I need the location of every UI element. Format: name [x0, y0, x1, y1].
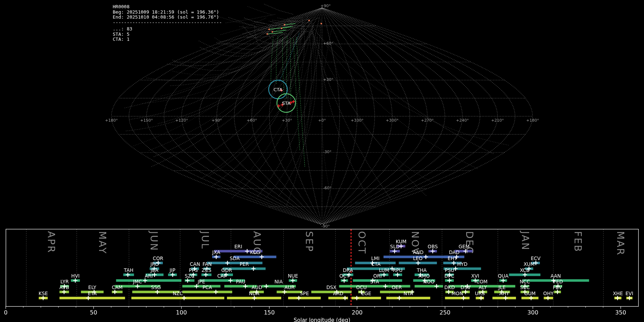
- map-lon-label-12: +180°: [526, 118, 539, 123]
- shower-label-lum: LUM: [379, 267, 389, 273]
- shower-label-dra: DRA: [343, 267, 353, 273]
- separator-line: ---------------------------------------: [113, 20, 222, 25]
- shower-label-xvi: XVI: [471, 273, 479, 279]
- shower-label-avb: AVB: [59, 284, 69, 290]
- month-label-mar: MAR: [615, 231, 626, 256]
- shower-label-fev: FEV: [553, 284, 562, 290]
- shower-label-jip: JIP: [170, 267, 175, 273]
- meteor-observation-screen: CTASTA+180°+150°+120°+90°+60°+30°+0°+330…: [0, 0, 644, 322]
- count-sporadic: ...: 83: [113, 26, 222, 32]
- shower-label-ecv: ECV: [531, 255, 541, 261]
- shower-label-gem: GEM: [459, 244, 470, 249]
- begin-time: Beg: 20251009 18:21:59 (sol = 196.36°): [113, 10, 222, 15]
- shower-label-sld: SLD: [390, 244, 400, 249]
- shower-label-xhe: XHE: [613, 291, 623, 296]
- shower-label-cta: CTA: [371, 261, 381, 267]
- shower-label-dsv: DSV: [460, 284, 470, 290]
- month-label-oct: OCT: [356, 231, 367, 255]
- map-lon-label-9: +270°: [421, 118, 434, 123]
- x-axis-title: Solar longitude (deg): [294, 317, 350, 322]
- shower-label-ehy: EHY: [448, 255, 457, 261]
- x-tick-label-200: 200: [352, 309, 363, 316]
- shower-label-jle: JLE: [498, 284, 506, 290]
- shower-label-aan: AAN: [551, 273, 561, 279]
- map-lon-label-5: +30°: [282, 118, 292, 123]
- shower-label-jpe: JPE: [198, 279, 205, 284]
- shower-label-mon: MON: [452, 291, 463, 296]
- shower-label-qua: QUA: [498, 273, 508, 279]
- shower-label-oer: OER: [392, 284, 402, 290]
- x-tick-label-300: 300: [527, 309, 538, 316]
- shower-label-dpc: DPC: [444, 273, 454, 279]
- shower-label-kse: KSE: [39, 291, 48, 296]
- shower-label-leo: LEO: [413, 255, 423, 261]
- map-lon-label-1: +150°: [140, 118, 153, 123]
- x-tick-label-100: 100: [176, 309, 187, 316]
- count-cta: CTA: 1: [113, 37, 222, 42]
- shower-label-noo: NOO: [423, 279, 434, 284]
- shower-label-urs: URS: [475, 291, 485, 296]
- month-label-jan: JAN: [520, 231, 531, 251]
- map-pole-label-south: -90°: [321, 224, 330, 229]
- shower-label-ege: EGE: [361, 291, 371, 296]
- shower-label-cap: CAP: [217, 273, 227, 279]
- shower-label-nta: NTA: [404, 291, 413, 296]
- map-lon-label-8: +300°: [386, 118, 399, 123]
- shower-label-can: CAN: [190, 261, 200, 267]
- x-tick-label-350: 350: [615, 309, 626, 316]
- shower-label-sta: STA: [370, 279, 379, 284]
- shower-label-cor: COR: [153, 255, 163, 261]
- shower-label-and: AND: [413, 249, 424, 255]
- shower-label-oct: OCT: [339, 273, 349, 279]
- shower-label-lmi: LMI: [371, 255, 379, 261]
- map-lat-label-3: -30°: [323, 150, 331, 154]
- shower-label-per: PER: [240, 261, 249, 267]
- shower-label-ahy: AHY: [499, 291, 509, 296]
- shower-label-tah: TAH: [124, 267, 133, 273]
- shower-label-ari: ARI: [145, 273, 153, 279]
- shower-label-jmc: JMC: [133, 279, 142, 284]
- month-label-feb: FEB: [572, 231, 584, 253]
- count-sta: STA: 5: [113, 32, 222, 37]
- shower-label-ssg: SSG: [151, 284, 161, 290]
- map-lon-label-2: +120°: [175, 118, 188, 123]
- shower-label-tha: THA: [417, 267, 427, 273]
- shower-label-nue: NUE: [288, 273, 298, 279]
- shower-label-rpu: RPU: [393, 267, 402, 273]
- shower-label-jrc: JRC: [150, 261, 158, 267]
- shower-label-ard: ARD: [333, 291, 343, 296]
- shower-label-gum: GUM: [524, 291, 536, 296]
- month-label-dec: DEC: [464, 231, 475, 255]
- observation-info-block: HR0008 Beg: 20251009 18:21:59 (sol = 196…: [113, 4, 222, 42]
- map-lon-label-10: +240°: [456, 118, 469, 123]
- shower-label-obs: OBS: [428, 244, 438, 249]
- shower-label-lyr: LYR: [60, 279, 69, 284]
- station-id: HR0008: [113, 4, 222, 10]
- shower-label-dad: DAD: [449, 249, 460, 255]
- shower-label-fan: FAN: [203, 261, 212, 267]
- shower-label-nia: NIA: [274, 279, 283, 284]
- shower-label-aur: AUR: [284, 284, 295, 290]
- shower-label-aud: AUD: [252, 284, 262, 290]
- map-lon-label-7: +330°: [351, 118, 364, 123]
- shower-label-zcs: ZCS: [201, 267, 211, 273]
- shower-label-ohy: OHY: [543, 291, 553, 296]
- shower-label-jxa: JXA: [212, 249, 220, 255]
- radiant-label-cta: CTA: [274, 87, 283, 92]
- shower-label-fed: FED: [553, 279, 563, 284]
- map-lon-label-4: +60°: [247, 118, 257, 123]
- shower-label-eri: ERI: [234, 244, 242, 249]
- map-lon-label-0: +180°: [105, 118, 118, 123]
- shower-label-hyd: HYD: [457, 261, 468, 267]
- shower-label-nda: NDA: [249, 291, 259, 296]
- shower-label-hvi: HVI: [71, 273, 79, 279]
- shower-label-psu: PSU: [445, 267, 454, 273]
- shower-label-ncc: NCC: [520, 279, 530, 284]
- map-lat-label-1: +60°: [323, 41, 333, 46]
- shower-label-pca: PCA: [203, 284, 212, 290]
- shower-label-com: COM: [476, 279, 488, 284]
- shower-label-szc: SZC: [185, 273, 194, 279]
- shower-label-kcg: KCG: [250, 249, 260, 255]
- x-tick-label-50: 50: [90, 309, 97, 316]
- shower-label-gdr: GDR: [221, 267, 232, 273]
